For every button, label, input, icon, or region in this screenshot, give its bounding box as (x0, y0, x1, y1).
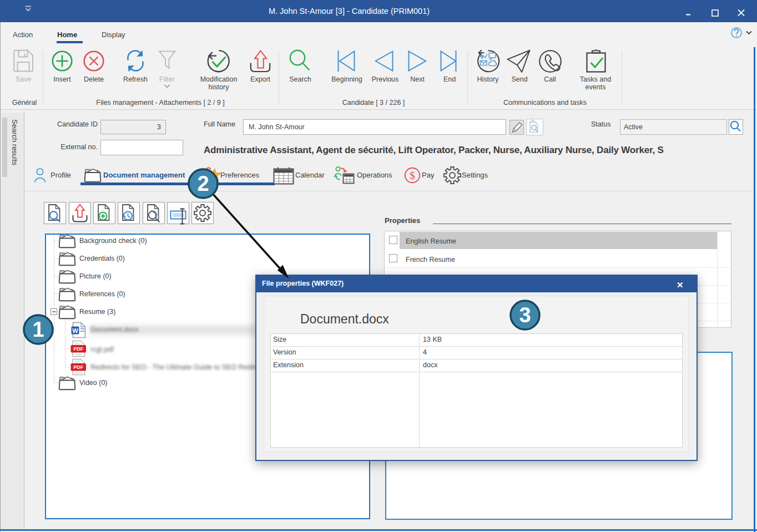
svg-text:1: 1 (32, 318, 44, 341)
svg-text:3: 3 (519, 303, 531, 327)
svg-text:2: 2 (197, 172, 209, 195)
